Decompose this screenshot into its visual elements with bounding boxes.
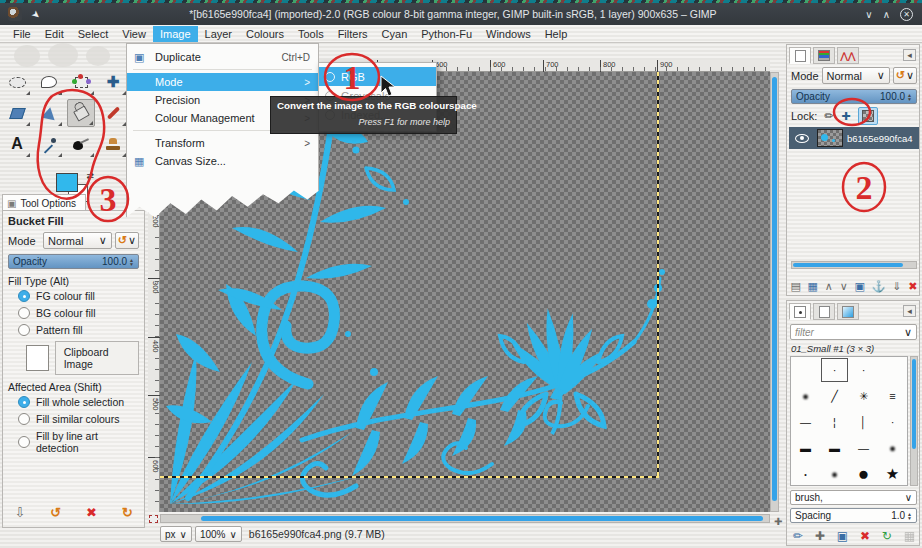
- brush-thumb[interactable]: ≡: [878, 383, 907, 409]
- perspective-tool[interactable]: [35, 99, 63, 127]
- delete-layer-icon[interactable]: ✖: [908, 280, 917, 293]
- minimize-button[interactable]: ∨: [865, 9, 872, 20]
- brush-thumb[interactable]: ●: [878, 435, 907, 461]
- brush-thumb[interactable]: ●: [849, 461, 878, 486]
- menu-item-mode[interactable]: Mode >: [127, 73, 318, 91]
- fill-whole-selection-option[interactable]: Fill whole selection: [18, 396, 139, 408]
- menu-colours[interactable]: Colours: [239, 26, 291, 42]
- spacing-slider[interactable]: Spacing 1.0 ▲▼: [790, 508, 917, 523]
- brush-thumb[interactable]: [791, 357, 820, 383]
- vertical-scrollbar[interactable]: [770, 72, 779, 512]
- layer-opacity-slider[interactable]: Opacity 100.0 ▲▼: [791, 89, 917, 104]
- ellipse-select-tool[interactable]: [3, 68, 31, 96]
- menu-python-fu[interactable]: Python-Fu: [414, 26, 479, 42]
- tool-options-tab[interactable]: ▣ Tool Options: [2, 194, 86, 211]
- spin-down-icon[interactable]: ▼: [129, 262, 134, 266]
- spin-down-icon[interactable]: ▼: [907, 516, 912, 520]
- refresh-brushes-icon[interactable]: ↻: [882, 529, 892, 543]
- brush-thumb[interactable]: ★: [878, 461, 907, 486]
- brush-thumb[interactable]: ●: [820, 461, 849, 486]
- edit-brush-icon[interactable]: ✏: [793, 529, 803, 543]
- patterns-tab[interactable]: [813, 303, 835, 320]
- restore-preset-icon[interactable]: ↺: [50, 505, 61, 520]
- horizontal-scrollbar[interactable]: [160, 514, 770, 523]
- menu-cyan[interactable]: Cyan: [375, 26, 415, 42]
- foreground-colour-swatch[interactable]: [56, 173, 78, 192]
- opacity-slider[interactable]: Opacity 100.0 ▲▼: [8, 254, 139, 269]
- brush-thumb[interactable]: ·: [878, 409, 907, 435]
- brush-thumb[interactable]: │: [849, 409, 878, 435]
- layers-scrollbar[interactable]: [791, 261, 917, 269]
- bucket-fill-tool[interactable]: [67, 99, 95, 127]
- visibility-eye-icon[interactable]: [795, 134, 809, 143]
- paint-mode-select[interactable]: Normal ∨: [43, 232, 112, 249]
- navigation-icon[interactable]: ✚: [774, 516, 782, 527]
- brush-thumb[interactable]: ▬: [820, 435, 849, 461]
- move-tool[interactable]: ✚: [99, 68, 127, 96]
- fill-type-pattern-option[interactable]: Pattern fill: [18, 324, 139, 336]
- save-preset-icon[interactable]: ⇩: [14, 505, 25, 520]
- hscroll-thumb[interactable]: [201, 516, 763, 521]
- merge-layer-icon[interactable]: ⇓: [892, 280, 901, 293]
- menu-view[interactable]: View: [115, 26, 153, 42]
- layer-mode-select[interactable]: Normal ∨: [822, 67, 890, 84]
- menu-help[interactable]: Help: [538, 26, 575, 42]
- titlebar[interactable]: ➤ *[b6165e990fca4] (imported)-2.0 (RGB c…: [0, 3, 922, 25]
- brush-name-select[interactable]: brush, ∨: [790, 490, 917, 505]
- brushes-tab[interactable]: [789, 303, 811, 320]
- pattern-swatch[interactable]: [26, 345, 49, 371]
- raise-layer-icon[interactable]: ∧: [825, 280, 833, 293]
- menu-item-duplicate[interactable]: ▣ Duplicate Ctrl+D: [127, 48, 318, 66]
- menu-select[interactable]: Select: [71, 26, 116, 42]
- smudge-tool[interactable]: [67, 130, 95, 158]
- gradients-tab[interactable]: [837, 303, 859, 320]
- eraser-tool[interactable]: [99, 99, 127, 127]
- fill-type-fg-option[interactable]: FG colour fill: [18, 290, 139, 302]
- brush-thumb[interactable]: ╱: [820, 383, 849, 409]
- fill-line-art-option[interactable]: Fill by line art detection: [18, 430, 139, 454]
- text-tool[interactable]: A: [3, 130, 31, 158]
- mode-reset-button[interactable]: ↺ ∨: [115, 232, 139, 249]
- lock-alpha-button[interactable]: [858, 107, 878, 125]
- duplicate-brush-icon[interactable]: ▣: [837, 529, 848, 543]
- brush-thumb[interactable]: ✳: [849, 383, 878, 409]
- duplicate-layer-icon[interactable]: ▣: [855, 280, 865, 293]
- menu-windows[interactable]: Windows: [479, 26, 538, 42]
- menu-image[interactable]: Image: [153, 26, 198, 42]
- new-layer-icon[interactable]: ▤: [790, 280, 800, 293]
- free-select-tool[interactable]: [35, 68, 63, 96]
- new-group-icon[interactable]: ▦: [808, 280, 818, 293]
- menu-edit[interactable]: Edit: [38, 26, 71, 42]
- brush-thumb[interactable]: ·: [849, 357, 878, 383]
- anchor-layer-icon[interactable]: ⚓: [872, 280, 886, 293]
- unified-transform-tool[interactable]: [3, 99, 31, 127]
- dock-collapse-button[interactable]: ◂: [903, 49, 916, 61]
- brush-thumb[interactable]: ▬: [791, 435, 820, 461]
- paths-tab[interactable]: ⋀⋀: [837, 47, 859, 64]
- brush-thumb[interactable]: [878, 357, 907, 383]
- menu-layer[interactable]: Layer: [198, 26, 240, 42]
- menu-tools[interactable]: Tools: [291, 26, 331, 42]
- close-button[interactable]: ✕: [900, 8, 913, 21]
- brush-scroll-thumb[interactable]: [912, 359, 916, 449]
- open-brush-as-image-icon[interactable]: ▦: [904, 529, 915, 543]
- brush-thumb[interactable]: —: [849, 435, 878, 461]
- layers-tab[interactable]: [789, 47, 811, 64]
- brush-filter-input[interactable]: filter ∨: [790, 324, 917, 340]
- brush-thumb[interactable]: ¦: [820, 409, 849, 435]
- new-brush-icon[interactable]: ✚: [815, 529, 825, 543]
- menu-item-canvas-size[interactable]: ▦ Canvas Size...: [127, 152, 318, 170]
- maximize-button[interactable]: ∧: [883, 9, 890, 20]
- brush-thumb[interactable]: ●: [791, 383, 820, 409]
- vscroll-thumb[interactable]: [772, 77, 777, 501]
- delete-preset-icon[interactable]: ✖: [86, 505, 97, 520]
- quick-mask-toggle[interactable]: [149, 515, 158, 523]
- menu-filters[interactable]: Filters: [331, 26, 375, 42]
- brush-thumb-selected[interactable]: ·: [820, 357, 849, 383]
- fill-type-bg-option[interactable]: BG colour fill: [18, 307, 139, 319]
- lower-layer-icon[interactable]: ∨: [840, 280, 848, 293]
- colour-picker-tool[interactable]: [35, 130, 63, 158]
- layers-scroll-thumb[interactable]: [793, 263, 903, 267]
- swap-colours-icon[interactable]: ⇄: [86, 171, 94, 181]
- unit-select[interactable]: px ∨: [160, 526, 192, 542]
